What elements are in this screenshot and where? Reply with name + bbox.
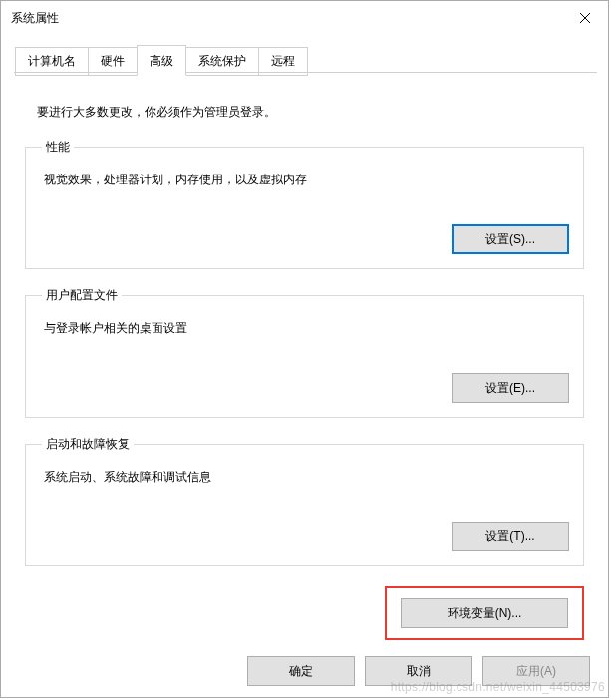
tab-advanced[interactable]: 高级 <box>137 45 186 76</box>
env-variables-row: 环境变量(N)... <box>25 586 584 640</box>
apply-button[interactable]: 应用(A) <box>482 656 590 686</box>
tab-divider <box>14 72 597 73</box>
window-title: 系统属性 <box>11 10 59 27</box>
close-button[interactable] <box>562 1 608 35</box>
dialog-button-bar: 确定 取消 应用(A) <box>1 640 608 700</box>
titlebar: 系统属性 <box>1 1 608 35</box>
startup-recovery-group: 启动和故障恢复 系统启动、系统故障和调试信息 设置(T)... <box>25 436 584 566</box>
performance-group: 性能 视觉效果，处理器计划，内存使用，以及虚拟内存 设置(S)... <box>25 139 584 269</box>
environment-variables-button[interactable]: 环境变量(N)... <box>401 598 568 628</box>
user-profiles-desc: 与登录帐户相关的桌面设置 <box>44 320 569 337</box>
startup-recovery-settings-button[interactable]: 设置(T)... <box>452 522 569 551</box>
user-profiles-legend: 用户配置文件 <box>42 287 122 304</box>
env-variables-highlight: 环境变量(N)... <box>385 586 584 640</box>
system-properties-window: 系统属性 计算机名 硬件 高级 系统保护 远程 要进行大多数更改，你必须作为管理… <box>0 0 609 698</box>
user-profiles-settings-button[interactable]: 设置(E)... <box>452 373 569 403</box>
performance-legend: 性能 <box>42 139 74 156</box>
tab-content-advanced: 要进行大多数更改，你必须作为管理员登录。 性能 视觉效果，处理器计划，内存使用，… <box>1 76 608 640</box>
user-profiles-group: 用户配置文件 与登录帐户相关的桌面设置 设置(E)... <box>25 287 584 418</box>
ok-button[interactable]: 确定 <box>247 656 355 686</box>
startup-recovery-legend: 启动和故障恢复 <box>42 436 134 453</box>
cancel-button[interactable]: 取消 <box>365 656 472 686</box>
startup-recovery-desc: 系统启动、系统故障和调试信息 <box>44 469 569 486</box>
performance-desc: 视觉效果，处理器计划，内存使用，以及虚拟内存 <box>44 172 569 188</box>
close-icon <box>580 13 590 23</box>
admin-notice: 要进行大多数更改，你必须作为管理员登录。 <box>37 104 584 121</box>
performance-settings-button[interactable]: 设置(S)... <box>452 224 569 254</box>
